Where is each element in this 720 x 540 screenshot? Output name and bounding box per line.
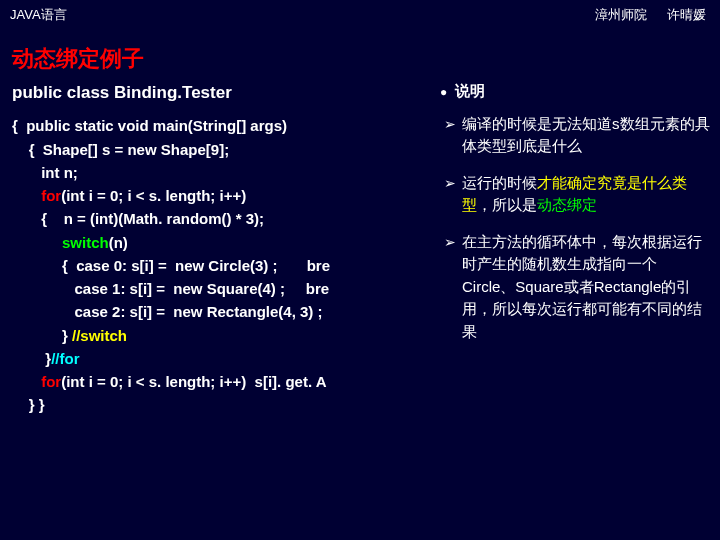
code-line: } } [12, 396, 45, 413]
code-line: case 2: s[i] = new Rectangle(4, 3) ; [12, 303, 323, 320]
code-line: }//for [12, 350, 80, 367]
kw-for: for [41, 373, 61, 390]
kw-for: for [41, 187, 61, 204]
code-line: { case 0: s[i] = new Circle(3) ; bre [12, 257, 330, 274]
kw-switch: switch [62, 234, 109, 251]
header-subject: JAVA语言 [10, 6, 67, 24]
slide-body: public class Binding.Tester { public sta… [0, 80, 720, 417]
code-line: for(int i = 0; i < s. length; i++) s[i].… [12, 373, 327, 390]
highlight-text: 动态绑定 [537, 196, 597, 213]
code-line: case 1: s[i] = new Square(4) ; bre [12, 280, 329, 297]
header-credits: 漳州师院 许晴媛 [595, 6, 706, 24]
explanation-heading: 说明 [440, 80, 710, 103]
code-line: { public static void main(String[] args) [12, 117, 287, 134]
code-line: { Shape[] s = new Shape[9]; [12, 141, 229, 158]
arrow-icon: ➢ [444, 113, 456, 158]
code-line: int n; [12, 164, 78, 181]
code-class-decl: public class Binding.Tester [12, 80, 432, 106]
explanation-item: ➢ 编译的时候是无法知道s数组元素的具体类型到底是什么 [440, 113, 710, 158]
code-column: public class Binding.Tester { public sta… [12, 80, 432, 417]
code-block: { public static void main(String[] args)… [12, 114, 432, 416]
explanation-text: 在主方法的循环体中，每次根据运行时产生的随机数生成指向一个Circle、Squa… [462, 231, 710, 344]
explanation-item: ➢ 在主方法的循环体中，每次根据运行时产生的随机数生成指向一个Circle、Sq… [440, 231, 710, 344]
code-line: for(int i = 0; i < s. length; i++) [12, 187, 246, 204]
explanation-text: 编译的时候是无法知道s数组元素的具体类型到底是什么 [462, 113, 710, 158]
code-text: } [12, 327, 72, 344]
explanation-text: 运行的时候才能确定究竟是什么类型，所以是动态绑定 [462, 172, 710, 217]
comment-for: //for [51, 350, 79, 367]
slide-title: 动态绑定例子 [0, 24, 720, 80]
code-line: switch(n) [12, 234, 128, 251]
code-text: } [12, 350, 51, 367]
text-frag: 运行的时候 [462, 174, 537, 191]
slide-header: JAVA语言 漳州师院 许晴媛 [0, 0, 720, 24]
arrow-icon: ➢ [444, 231, 456, 344]
comment-switch: //switch [72, 327, 127, 344]
explanation-column: 说明 ➢ 编译的时候是无法知道s数组元素的具体类型到底是什么 ➢ 运行的时候才能… [440, 80, 710, 417]
arrow-icon: ➢ [444, 172, 456, 217]
code-line: { n = (int)(Math. random() * 3); [12, 210, 264, 227]
code-line: } //switch [12, 327, 127, 344]
header-school: 漳州师院 [595, 6, 647, 24]
header-author: 许晴媛 [667, 6, 706, 24]
explanation-item: ➢ 运行的时候才能确定究竟是什么类型，所以是动态绑定 [440, 172, 710, 217]
text-frag: ，所以是 [477, 196, 537, 213]
